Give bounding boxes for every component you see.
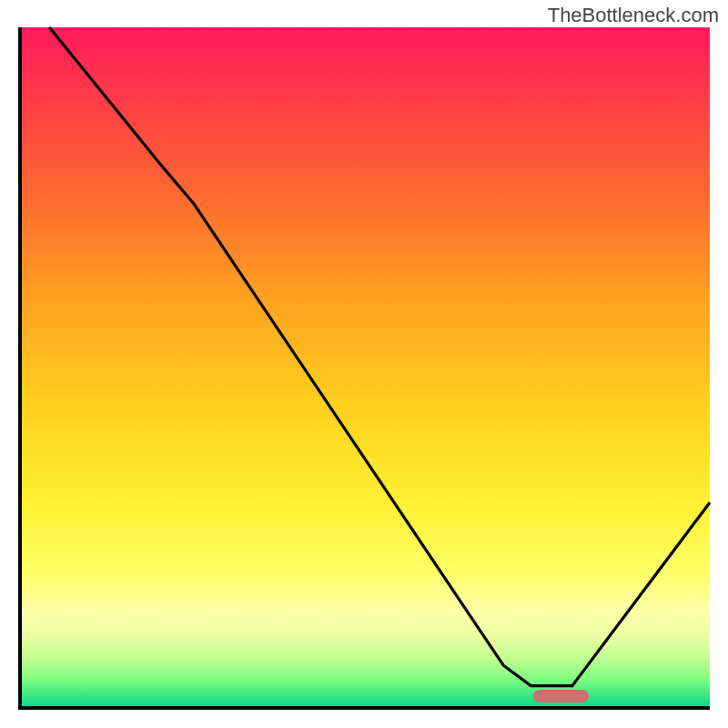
bottleneck-curve	[49, 27, 710, 686]
plot-area	[18, 27, 710, 710]
optimal-marker	[533, 690, 589, 703]
chart-svg	[22, 27, 710, 706]
watermark-text: TheBottleneck.com	[548, 4, 719, 27]
